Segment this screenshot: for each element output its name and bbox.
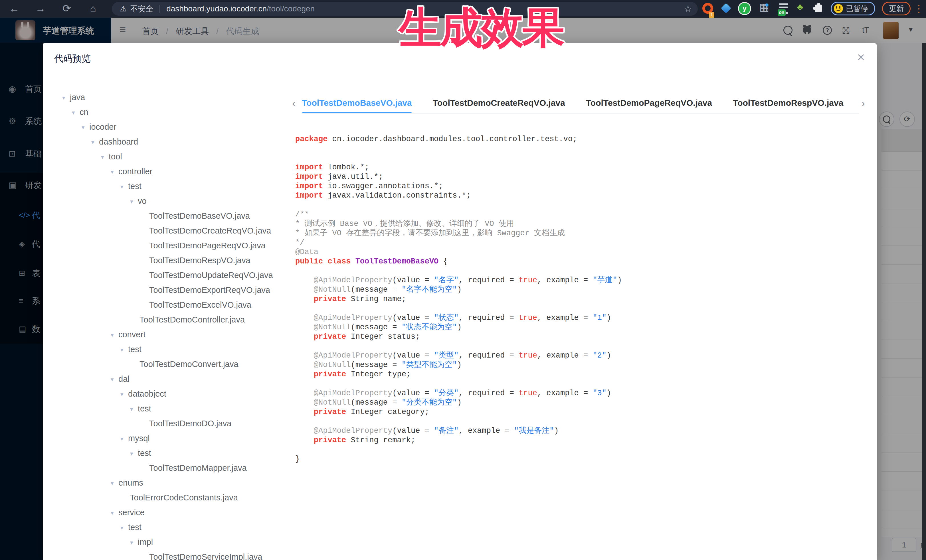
- tree-node[interactable]: ▾test: [62, 520, 142, 534]
- caret-down-icon[interactable]: ▾: [130, 446, 138, 461]
- tab-2[interactable]: ToolTestDemoPageReqVO.java: [586, 98, 712, 109]
- browser-menu-icon[interactable]: ⋮: [914, 2, 924, 15]
- tree-node[interactable]: ▾test: [62, 446, 151, 460]
- tree-node[interactable]: ▾test: [62, 401, 151, 416]
- caret-down-icon[interactable]: ▾: [111, 372, 118, 387]
- tree-node[interactable]: ▾enums: [62, 475, 143, 490]
- gem-extension-icon[interactable]: [721, 3, 731, 14]
- bookmark-star-icon[interactable]: ☆: [684, 3, 692, 14]
- tree-node[interactable]: ToolTestDemoDO.java: [62, 416, 232, 431]
- green-extension-icon[interactable]: y: [739, 3, 750, 14]
- tree-node[interactable]: ▾java: [62, 90, 85, 105]
- tree-node-label[interactable]: ToolTestDemoMapper.java: [149, 463, 247, 472]
- tab-3[interactable]: ToolTestDemoRespVO.java: [733, 98, 843, 109]
- caret-down-icon[interactable]: ▾: [130, 194, 138, 209]
- tree-node[interactable]: ▾tool: [62, 149, 122, 164]
- tree-node[interactable]: ▾cn: [62, 105, 88, 119]
- puzzle-extensions-icon[interactable]: [815, 5, 822, 12]
- tree-node[interactable]: ▾dashboard: [62, 134, 138, 149]
- tree-node-label[interactable]: ToolTestDemoDO.java: [149, 419, 232, 428]
- tree-node[interactable]: ▾dataobject: [62, 386, 166, 401]
- tree-node[interactable]: ▾controller: [62, 164, 152, 179]
- switch-extension-icon[interactable]: on: [779, 3, 788, 14]
- tree-node[interactable]: ToolTestDemoController.java: [62, 312, 245, 327]
- profile-paused-pill[interactable]: 已暂停: [831, 2, 875, 15]
- tree-node-label[interactable]: dataobject: [128, 389, 166, 398]
- tree-node[interactable]: ToolTestDemoCreateReqVO.java: [62, 223, 271, 238]
- tree-node[interactable]: ▾service: [62, 505, 145, 520]
- tree-node-label[interactable]: ToolTestDemoExcelVO.java: [149, 300, 251, 309]
- caret-down-icon[interactable]: ▾: [111, 476, 118, 491]
- tree-node-label[interactable]: iocoder: [89, 122, 117, 131]
- tree-node-label[interactable]: test: [138, 448, 151, 457]
- tree-node-label[interactable]: tool: [109, 152, 122, 161]
- caret-down-icon[interactable]: ▾: [120, 180, 128, 194]
- caret-down-icon[interactable]: ▾: [72, 105, 80, 120]
- caret-down-icon[interactable]: ▾: [111, 165, 118, 180]
- caret-down-icon[interactable]: ▾: [111, 506, 118, 520]
- forward-icon[interactable]: →: [34, 2, 47, 15]
- tree-node-label[interactable]: impl: [138, 537, 153, 546]
- tree-node[interactable]: ToolTestDemoRespVO.java: [62, 253, 250, 268]
- tree-node[interactable]: ToolErrorCodeConstants.java: [62, 490, 238, 505]
- security-label[interactable]: 不安全: [130, 4, 153, 14]
- caret-down-icon[interactable]: ▾: [120, 432, 128, 446]
- tree-node-label[interactable]: dal: [118, 374, 130, 383]
- url-host[interactable]: dashboard.yudao.iocoder.cn: [166, 4, 267, 14]
- ubuntu-extension-icon[interactable]: 1: [702, 3, 713, 14]
- tab-0[interactable]: ToolTestDemoBaseVO.java: [302, 98, 412, 109]
- tree-node[interactable]: ToolTestDemoMapper.java: [62, 460, 247, 475]
- tree-node[interactable]: ToolTestDemoUpdateReqVO.java: [62, 268, 273, 282]
- caret-down-icon[interactable]: ▾: [130, 402, 138, 417]
- update-button[interactable]: 更新: [882, 2, 911, 15]
- tree-node-label[interactable]: test: [138, 404, 151, 413]
- tree-node[interactable]: ▾iocoder: [62, 119, 117, 134]
- tree-node-label[interactable]: mysql: [128, 434, 150, 443]
- tree-node-label[interactable]: convert: [118, 330, 145, 339]
- tree-node[interactable]: ▾convert: [62, 327, 145, 342]
- tree-node-label[interactable]: enums: [118, 478, 143, 487]
- tree-node[interactable]: ▾impl: [62, 534, 153, 549]
- caret-down-icon[interactable]: ▾: [91, 135, 99, 150]
- tree-node-label[interactable]: test: [128, 182, 142, 191]
- tree-node-label[interactable]: ToolTestDemoUpdateReqVO.java: [149, 270, 273, 280]
- tree-node-label[interactable]: test: [128, 523, 142, 532]
- plant-extension-icon[interactable]: ♣: [797, 2, 803, 12]
- tabs-scroll-right-icon[interactable]: ›: [861, 98, 865, 110]
- tabs-scroll-left-icon[interactable]: ‹: [292, 98, 295, 110]
- caret-down-icon[interactable]: ▾: [120, 387, 128, 402]
- caret-down-icon[interactable]: ▾: [111, 328, 118, 343]
- caret-down-icon[interactable]: ▾: [120, 343, 128, 357]
- tree-node[interactable]: ▾vo: [62, 193, 147, 208]
- tree-node-label[interactable]: test: [128, 345, 142, 354]
- tree-node-label[interactable]: ToolTestDemoServiceImpl.java: [149, 552, 262, 560]
- back-icon[interactable]: ←: [8, 2, 21, 15]
- tree-node[interactable]: ▾dal: [62, 371, 130, 386]
- tree-node-label[interactable]: java: [70, 93, 85, 102]
- caret-down-icon[interactable]: ▾: [120, 520, 128, 535]
- tree-node-label[interactable]: ToolTestDemoExportReqVO.java: [149, 285, 270, 294]
- tree-node-label[interactable]: dashboard: [99, 137, 138, 146]
- tree-node-label[interactable]: cn: [80, 107, 88, 116]
- caret-down-icon[interactable]: ▾: [62, 91, 70, 105]
- tree-node[interactable]: ▾test: [62, 179, 142, 193]
- tree-node[interactable]: ▾mysql: [62, 431, 150, 446]
- reload-icon[interactable]: ⟳: [61, 2, 73, 15]
- tree-node-label[interactable]: ToolTestDemoPageReqVO.java: [149, 241, 266, 250]
- tree-node-label[interactable]: service: [118, 508, 145, 517]
- tree-node[interactable]: ToolTestDemoServiceImpl.java: [62, 549, 262, 560]
- tree-node[interactable]: ▾test: [62, 342, 142, 357]
- tree-node-label[interactable]: ToolTestDemoRespVO.java: [149, 256, 250, 265]
- tree-node-label[interactable]: ToolTestDemoConvert.java: [139, 359, 239, 369]
- tree-node[interactable]: ToolTestDemoBaseVO.java: [62, 208, 250, 223]
- url-path[interactable]: /tool/codegen: [267, 4, 315, 14]
- caret-down-icon[interactable]: ▾: [101, 150, 109, 165]
- tree-node[interactable]: ToolTestDemoPageReqVO.java: [62, 238, 266, 253]
- close-icon[interactable]: ×: [852, 48, 870, 66]
- tree-node-label[interactable]: vo: [138, 196, 147, 205]
- tree-node-label[interactable]: ToolErrorCodeConstants.java: [130, 493, 238, 502]
- tab-1[interactable]: ToolTestDemoCreateReqVO.java: [433, 98, 565, 109]
- tree-node[interactable]: ToolTestDemoConvert.java: [62, 357, 239, 371]
- tree-node-label[interactable]: ToolTestDemoBaseVO.java: [149, 211, 250, 220]
- tree-node[interactable]: ToolTestDemoExcelVO.java: [62, 297, 251, 312]
